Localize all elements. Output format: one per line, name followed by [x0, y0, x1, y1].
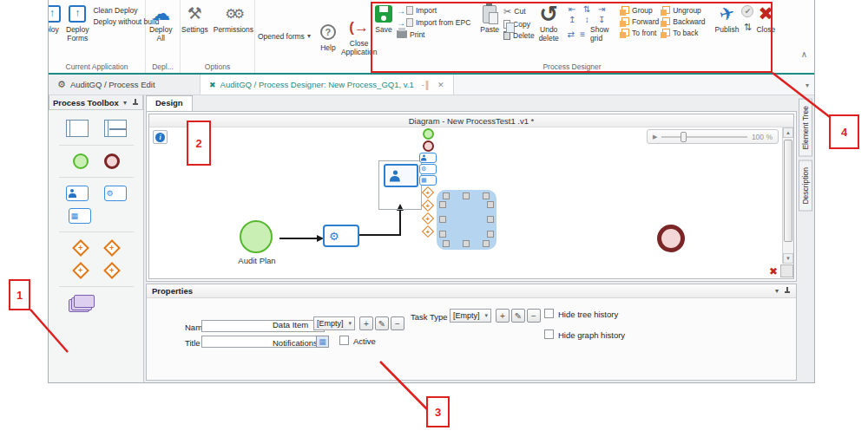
- chevron-down-icon[interactable]: ▾: [775, 287, 779, 295]
- deploy-forms-icon: ↑: [69, 5, 86, 23]
- deploy-forms-button[interactable]: ↑ Deploy Forms: [63, 1, 91, 43]
- palette-service-task[interactable]: ⚙: [419, 164, 437, 174]
- resize-handle[interactable]: [463, 240, 470, 247]
- tab-description[interactable]: Description: [799, 160, 812, 212]
- toolbox-gateway-shape-2[interactable]: [103, 239, 121, 257]
- resize-handle[interactable]: [443, 240, 450, 247]
- toolbox-service-task-shape[interactable]: ⚙: [104, 186, 127, 201]
- permissions-button[interactable]: ⚙⚙ Permissions: [211, 1, 256, 35]
- selected-subprocess-node[interactable]: [437, 190, 496, 250]
- task-type-edit-button[interactable]: ✎: [511, 309, 525, 323]
- title-label: Title: [185, 338, 201, 348]
- settings-button[interactable]: ⚒ Settings: [179, 1, 211, 35]
- palette-gateway-2[interactable]: [422, 199, 434, 212]
- tab-element-tree[interactable]: Element Tree: [799, 99, 812, 157]
- zoom-slider-thumb[interactable]: [681, 132, 687, 142]
- data-item-dropdown[interactable]: [Empty]▾: [313, 316, 355, 330]
- sequence-flow-1[interactable]: [279, 238, 318, 239]
- palette-end-event[interactable]: [423, 140, 434, 152]
- zoom-value: 100 %: [752, 133, 773, 141]
- help-button[interactable]: ? Help: [318, 19, 339, 53]
- start-event-node[interactable]: [240, 220, 273, 253]
- active-checkbox[interactable]: [339, 336, 349, 345]
- opened-forms-button[interactable]: Opened forms ▾: [256, 30, 318, 42]
- hide-tree-history-checkbox[interactable]: [544, 309, 554, 318]
- vertical-scrollbar[interactable]: ▲ ▼: [782, 127, 793, 264]
- info-button[interactable]: i: [153, 130, 168, 144]
- resize-handle[interactable]: [439, 201, 446, 208]
- info-icon: i: [155, 133, 165, 142]
- task-type-remove-button[interactable]: −: [527, 309, 541, 323]
- deploy-all-button[interactable]: ☁↑ Deploy All: [147, 1, 174, 43]
- scroll-down-icon[interactable]: ▼: [783, 253, 793, 264]
- data-item-remove-button[interactable]: −: [391, 316, 404, 330]
- deploy-icon: ↑: [49, 5, 61, 23]
- toolbox-gateway-shape-1[interactable]: [72, 239, 89, 257]
- pin-icon[interactable]: -║: [422, 81, 430, 89]
- resize-handle[interactable]: [439, 216, 446, 223]
- resize-handle[interactable]: [439, 231, 446, 238]
- end-event-node[interactable]: [657, 225, 685, 252]
- help-icon: ?: [320, 24, 336, 40]
- sequence-flow-2-vertical[interactable]: [399, 211, 401, 236]
- resize-handle[interactable]: [487, 231, 494, 238]
- resize-handle[interactable]: [483, 240, 490, 247]
- exit-arrow-icon: (→: [349, 19, 369, 36]
- toolbox-gateway-shape-4[interactable]: [103, 262, 121, 279]
- zoom-slider[interactable]: [661, 136, 747, 138]
- chevron-down-icon[interactable]: ▾: [806, 82, 809, 89]
- sequence-flow-2[interactable]: [359, 234, 401, 236]
- resize-handle[interactable]: [487, 201, 494, 208]
- resize-handle[interactable]: [483, 192, 490, 199]
- toolbox-gateway-shape-3[interactable]: [72, 262, 89, 279]
- data-item-add-button[interactable]: +: [359, 316, 373, 330]
- toolbox-lane-shape[interactable]: [66, 120, 89, 137]
- scrollbar-thumb[interactable]: [784, 140, 792, 242]
- task-type-add-button[interactable]: +: [496, 309, 510, 323]
- gear-icon: ⚙: [57, 79, 66, 90]
- toolbox-header: Process Toolbox ▾: [49, 95, 143, 110]
- process-toolbox-panel: Process Toolbox ▾ ⚙: [49, 95, 144, 382]
- delete-diagram-icon[interactable]: ✖: [769, 266, 778, 277]
- palette-start-event[interactable]: [423, 128, 434, 140]
- data-item-label: Data Item: [273, 320, 308, 329]
- task-type-dropdown[interactable]: [Empty]▾: [450, 309, 491, 323]
- resize-handle[interactable]: [463, 192, 470, 199]
- pin-icon[interactable]: [132, 99, 139, 107]
- toolbox-user-task-shape[interactable]: [66, 186, 89, 201]
- main-area: Process Toolbox ▾ ⚙: [49, 95, 814, 382]
- toolbox-table-task-shape[interactable]: ▦: [69, 208, 91, 224]
- toolbox-split-lane-shape[interactable]: [104, 120, 127, 137]
- service-task-node[interactable]: ⚙: [323, 225, 359, 247]
- group-label-deploy: Depl...: [147, 62, 179, 73]
- toolbox-start-event-shape[interactable]: [73, 153, 89, 169]
- toolbox-subprocess-shape[interactable]: [69, 295, 95, 312]
- tab-design[interactable]: Design: [146, 95, 193, 111]
- diagram-canvas[interactable]: i ▶ 100 % Audit Plan: [149, 127, 782, 264]
- side-tabs: Element Tree Description: [799, 95, 814, 382]
- user-task-node-selected[interactable]: [384, 164, 418, 187]
- palette-table-task[interactable]: ▦: [419, 175, 437, 186]
- notifications-button[interactable]: ▦: [316, 336, 329, 348]
- data-item-edit-button[interactable]: ✎: [375, 316, 389, 330]
- close-tab-icon[interactable]: ✕: [437, 81, 444, 89]
- chevron-down-icon: ▾: [348, 320, 352, 327]
- deploy-button-partial[interactable]: ↑ ploy: [49, 1, 63, 35]
- palette-gateway-1[interactable]: [422, 186, 434, 199]
- palette-user-task[interactable]: [419, 153, 437, 163]
- pin-icon[interactable]: [784, 287, 791, 295]
- tab-process-edit[interactable]: ⚙ AuditGQ / Process Edit: [49, 75, 201, 95]
- start-event-label: Audit Plan: [224, 256, 290, 264]
- collapse-ribbon-icon[interactable]: ∧: [801, 49, 807, 59]
- palette-gateway-3[interactable]: [422, 212, 434, 225]
- toolbox-end-event-shape[interactable]: [104, 153, 120, 169]
- deploy-all-cloud-icon: ☁↑: [151, 5, 170, 23]
- hide-graph-history-checkbox[interactable]: [544, 329, 554, 339]
- tab-process-designer[interactable]: ✖ AuditGQ / Process Designer: New Proces…: [201, 75, 454, 95]
- palette-gateway-4[interactable]: [422, 225, 434, 238]
- resize-handle[interactable]: [487, 216, 494, 223]
- resize-handle[interactable]: [443, 192, 450, 199]
- chevron-down-icon[interactable]: ▾: [123, 99, 127, 107]
- zoom-expand-icon[interactable]: ▶: [653, 134, 657, 140]
- scroll-up-icon[interactable]: ▲: [783, 127, 793, 138]
